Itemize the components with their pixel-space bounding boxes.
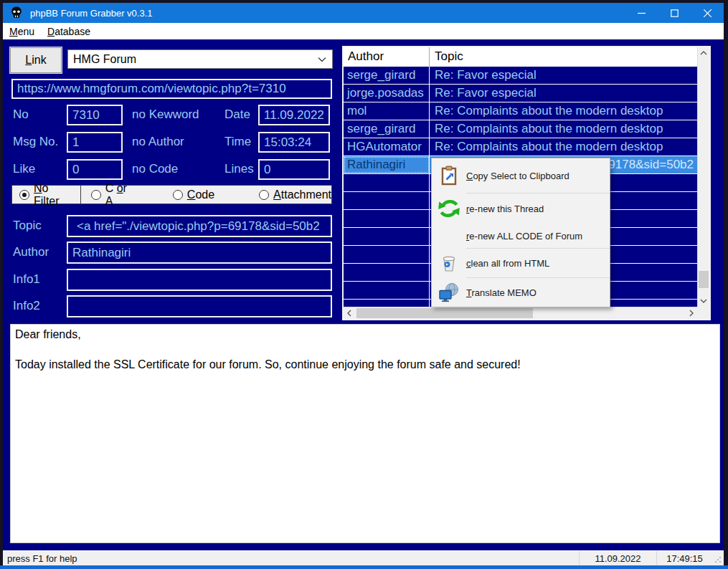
- scroll-left-button[interactable]: [344, 307, 355, 319]
- info2-label: Info2: [13, 299, 40, 313]
- recycle-bin-icon: [432, 253, 466, 273]
- filter-divider: [80, 186, 81, 204]
- table-row[interactable]: serge_girard Re: Favor especial: [344, 67, 697, 85]
- radio-button-icon[interactable]: [173, 190, 183, 200]
- desktop-background: phpBB Forum Grabber v0.3.1 Menu Database…: [0, 0, 728, 569]
- topic-input[interactable]: [67, 215, 332, 237]
- info1-label: Info1: [13, 272, 40, 287]
- msg-no-label: Msg No.: [13, 135, 58, 149]
- maximize-icon: [671, 9, 679, 17]
- table-row[interactable]: serge_girard Re: Complaints about the mo…: [344, 120, 697, 138]
- menu-item-copy-select[interactable]: Copy Select to Clipboard: [432, 158, 610, 193]
- author-label: Author: [13, 245, 49, 259]
- table-row[interactable]: jorge.posadas Re: Favor especial: [344, 85, 697, 102]
- like-input[interactable]: [67, 159, 123, 180]
- scrollbar-corner: [697, 307, 709, 319]
- no-code-label: no Code: [132, 162, 178, 176]
- table-row[interactable]: HGAutomator Re: Complaints about the mod…: [344, 138, 697, 156]
- scroll-right-button[interactable]: [686, 307, 697, 319]
- time-label: Time: [224, 135, 251, 149]
- radio-button-icon[interactable]: [259, 190, 269, 200]
- radio-no-filter[interactable]: No Filter: [12, 186, 72, 204]
- info2-input[interactable]: [67, 295, 332, 317]
- menu-item-renew-thread[interactable]: re-new this Thread: [432, 193, 610, 224]
- like-label: Like: [13, 162, 35, 176]
- close-icon: [704, 9, 712, 17]
- resize-grip[interactable]: [712, 551, 724, 565]
- author-input[interactable]: [67, 242, 332, 264]
- status-date: 11.09.2022: [579, 551, 656, 565]
- info1-input[interactable]: [67, 269, 332, 291]
- url-input[interactable]: [11, 79, 332, 99]
- radio-button-icon[interactable]: [91, 190, 101, 200]
- context-menu: Copy Select to Clipboard re-new this Thr…: [431, 158, 610, 307]
- table-row[interactable]: mol Re: Complaints about the modern desk…: [344, 102, 697, 120]
- memo-area[interactable]: Dear friends, Today installed the SSL Ce…: [10, 324, 720, 543]
- link-button[interactable]: Link: [10, 47, 62, 73]
- minimize-icon: [638, 9, 646, 17]
- status-time: 17:49:15: [656, 551, 712, 565]
- chevron-down-icon: [318, 57, 326, 62]
- forum-select-value: HMG Forum: [73, 53, 136, 66]
- chevron-down-icon: [700, 299, 707, 303]
- radio-code[interactable]: Code: [166, 186, 214, 204]
- menu-item-database[interactable]: Database: [41, 23, 97, 39]
- chevron-right-icon: [689, 310, 694, 317]
- clipboard-copy-icon: [432, 166, 466, 186]
- translate-memo-icon: [432, 282, 466, 303]
- scroll-up-button[interactable]: [698, 47, 709, 59]
- time-input[interactable]: [258, 132, 330, 153]
- horizontal-scrollbar[interactable]: [344, 307, 697, 319]
- menubar: Menu Database: [3, 23, 724, 39]
- no-label: No: [13, 107, 29, 122]
- radio-attachment[interactable]: Attachment: [252, 186, 331, 204]
- lines-label: Lines: [224, 162, 254, 176]
- statusbar: press F1 for help 11.09.2022 17:49:15: [3, 550, 724, 565]
- no-kewword-label: no Kewword: [132, 107, 199, 122]
- radio-button-icon[interactable]: [19, 190, 29, 200]
- window-title: phpBB Forum Grabber v0.3.1: [30, 8, 625, 19]
- menu-item-renew-all-code[interactable]: re-new ALL CODE of Forum: [432, 224, 610, 248]
- no-author-label: no Author: [132, 135, 184, 149]
- topic-label: Topic: [13, 219, 42, 233]
- chevron-left-icon: [347, 310, 351, 317]
- column-header-topic[interactable]: Topic: [430, 47, 697, 67]
- vertical-scroll-thumb[interactable]: [699, 271, 709, 288]
- menu-item-menu[interactable]: Menu: [3, 23, 41, 39]
- menu-item-translate-memo[interactable]: Translate MEMO: [432, 278, 610, 307]
- date-input[interactable]: [258, 105, 330, 125]
- scroll-down-button[interactable]: [698, 295, 709, 307]
- maximize-button[interactable]: [658, 3, 691, 23]
- radio-c-or-a[interactable]: C or A: [84, 186, 133, 204]
- vertical-scrollbar[interactable]: [697, 47, 709, 307]
- close-button[interactable]: [691, 3, 724, 23]
- lines-input[interactable]: [258, 159, 330, 180]
- date-label: Date: [224, 107, 250, 122]
- titlebar[interactable]: phpBB Forum Grabber v0.3.1: [3, 3, 724, 23]
- no-input[interactable]: [67, 105, 123, 125]
- status-help-text: press F1 for help: [3, 553, 579, 564]
- column-header-author[interactable]: Author: [344, 47, 430, 67]
- recycle-icon: [432, 196, 466, 221]
- minimize-button[interactable]: [625, 3, 658, 23]
- grid-header: Author Topic: [344, 47, 697, 67]
- filter-bar: No Filter C or A Code Attachment: [11, 185, 332, 204]
- grip-dots-icon: [714, 556, 722, 563]
- forum-select[interactable]: HMG Forum: [67, 49, 333, 69]
- menu-item-clean-html[interactable]: clean all from HTML: [432, 249, 610, 277]
- msg-no-input[interactable]: [67, 132, 123, 153]
- taskbar-edge: [0, 565, 728, 569]
- chevron-up-icon: [700, 51, 707, 55]
- horizontal-scroll-thumb[interactable]: [356, 308, 533, 318]
- skull-icon: [9, 6, 24, 20]
- app-window: phpBB Forum Grabber v0.3.1 Menu Database…: [3, 3, 724, 565]
